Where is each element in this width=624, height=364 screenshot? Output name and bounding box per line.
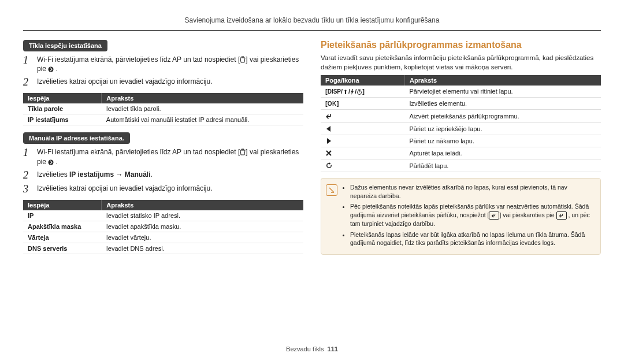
step-number: 2 [23, 77, 31, 87]
table-row: [DISP///] Pārvietojiet elementu vai riti… [321, 86, 601, 98]
section-pill-manual-ip: Manuāla IP adreses iestatīšana. [23, 132, 130, 144]
step-text: Izvēlieties katrai opcijai un ievadiet v… [37, 184, 303, 194]
disp-button-icon: DISP [328, 88, 341, 95]
table-row: VārtejaIevadiet vārteju. [23, 232, 303, 243]
close-icon [325, 150, 332, 157]
trash-icon [240, 148, 246, 155]
step-text: Izvēlieties IP iestatījums → Manuāli. [37, 170, 303, 180]
ok-button-icon: OK [328, 101, 337, 107]
step-number: 2 [23, 170, 31, 180]
options-table-1: Iespēja Apraksts Tīkla paroleIevadiet tī… [23, 93, 303, 125]
timer-icon [356, 89, 362, 95]
table-row: Pāriet uz nākamo lapu. [321, 135, 601, 147]
back-icon [325, 112, 333, 120]
col-desc: Apraksts [102, 93, 303, 103]
back-icon [559, 213, 564, 218]
table-row: Aizvērt pieteikšanās pārlūkprogrammu. [321, 110, 601, 123]
macro-icon [343, 89, 348, 95]
step-text: Izvēlieties katrai opcijai un ievadiet v… [37, 77, 303, 87]
table-row: Pāriet uz iepriekšējo lapu. [321, 123, 601, 135]
reload-icon [325, 162, 333, 169]
section-heading: Pieteikšanās pārlūkprogrammas izmantošan… [321, 40, 601, 50]
col-option: Iespēja [23, 200, 102, 210]
table-row: Apakštīkla maskaIevadiet apakštīkla mask… [23, 221, 303, 232]
chevron-right-icon [48, 159, 54, 165]
table-row: Apturēt lapa ielādi. [321, 147, 601, 159]
lead-text: Varat ievadīt savu pieteikšanās informāc… [321, 54, 601, 72]
section-pill-network-options: Tīkla iespēju iestatīšana [23, 40, 107, 51]
step-text: Wi-Fi iestatījuma ekrānā, pārvietojietie… [37, 55, 303, 73]
table-row: IPIevadiet statisko IP adresi. [23, 210, 303, 221]
col-button: Poga/Ikona [321, 75, 405, 86]
table-row: Tīkla paroleIevadiet tīkla paroli. [23, 103, 303, 114]
step-text: Wi-Fi iestatījuma ekrānā, pārvietojietie… [37, 147, 303, 166]
col-desc: Apraksts [405, 75, 601, 86]
col-desc: Apraksts [102, 200, 303, 210]
note-item: Dažus elementus nevar izvēlēties atkarīb… [350, 183, 595, 200]
svg-point-0 [49, 67, 54, 72]
table-row: DNS serverisIevadiet DNS adresi. [23, 243, 303, 254]
step-number: 1 [23, 147, 31, 166]
table-row: IP iestatījumsAutomātiski vai manuāli ie… [23, 114, 303, 125]
footer: Bezvadu tīkls 111 [23, 342, 601, 352]
note-item: Pieteikšanās lapas ielāde var būt ilgāka… [350, 231, 595, 247]
triangle-right-icon [325, 138, 332, 144]
step-number: 1 [23, 55, 31, 73]
note-item: Pēc pieteikšanās noteiktās lapās pieteik… [350, 202, 595, 228]
table-row: [OK] Izvēlieties elementu. [321, 98, 601, 110]
buttons-table: Poga/Ikona Apraksts [DISP///] Pārvietoji… [321, 75, 601, 172]
table-row: Pārlādēt lapu. [321, 159, 601, 172]
flash-icon [350, 89, 355, 95]
trash-icon [240, 56, 246, 63]
note-icon [326, 184, 337, 196]
page-title: Savienojuma izveidošana ar lokālo bezvad… [23, 16, 601, 31]
note-box: Dažus elementus nevar izvēlēties atkarīb… [321, 178, 601, 255]
chevron-right-icon [48, 66, 54, 72]
back-icon [491, 213, 497, 218]
svg-point-1 [49, 159, 54, 165]
step-number: 3 [23, 184, 31, 194]
col-option: Iespēja [23, 93, 102, 103]
options-table-2: Iespēja Apraksts IPIevadiet statisko IP … [23, 200, 303, 254]
triangle-left-icon [325, 125, 332, 132]
